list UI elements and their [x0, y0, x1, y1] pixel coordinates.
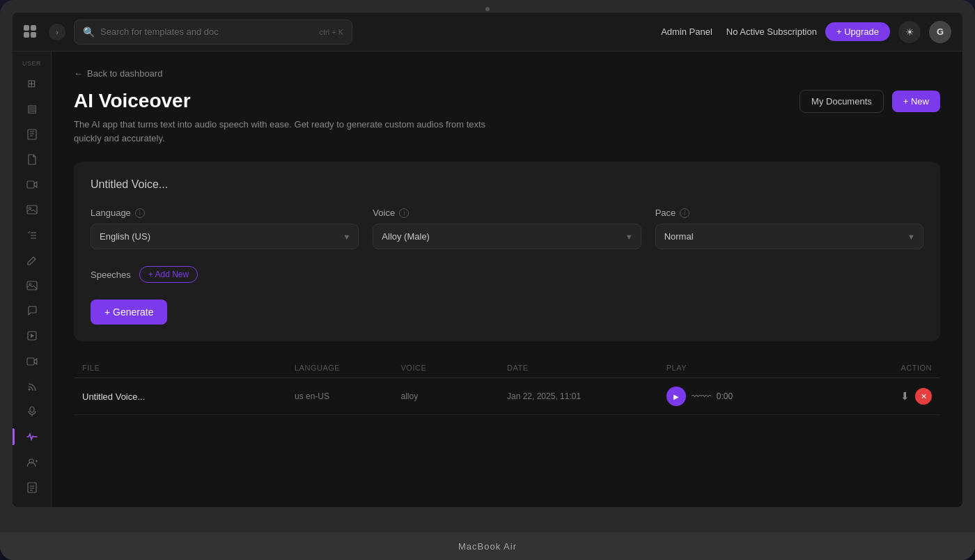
td-play: ▶ 〰〰 0:00 [666, 387, 826, 406]
header-actions: My Documents + New [800, 90, 940, 113]
pace-group: Pace i Normal Slow Fast ▼ [655, 208, 923, 249]
back-arrow-icon: ← [74, 68, 83, 79]
no-subscription-text: No Active Subscription [726, 26, 817, 37]
svg-rect-1 [31, 25, 36, 31]
svg-marker-17 [31, 334, 34, 338]
pace-info-icon[interactable]: i [680, 208, 689, 218]
add-new-speech-button[interactable]: + Add New [139, 266, 198, 283]
pace-label: Pace i [655, 208, 923, 218]
sidebar-item-image[interactable] [18, 199, 46, 221]
svg-rect-8 [27, 181, 34, 188]
upgrade-button[interactable]: + Upgrade [825, 22, 890, 41]
table-header: FILE LANGUAGE VOICE DATE PLAY ACTION [74, 358, 940, 378]
sidebar-item-rss[interactable] [18, 375, 46, 398]
sidebar-item-gallery[interactable] [18, 274, 46, 297]
sidebar-item-chat[interactable] [18, 300, 46, 322]
table-row: Untitled Voice... us en-US alloy Jan 22,… [74, 378, 940, 415]
sidebar-item-grid[interactable]: ⊞ [18, 72, 46, 95]
logo-icon [24, 25, 43, 39]
svg-point-19 [28, 388, 30, 390]
voice-group: Voice i Alloy (Male) Echo (Male) Nova (F… [373, 208, 641, 249]
td-language: us en-US [295, 391, 401, 401]
td-action: ⬇ ✕ [826, 388, 933, 405]
sidebar-item-notebook[interactable] [18, 123, 46, 145]
sidebar-item-report[interactable] [18, 476, 46, 499]
td-date: Jan 22, 2025, 11:01 [507, 391, 666, 401]
action-cell: ⬇ ✕ [826, 388, 933, 405]
expand-sidebar-button[interactable]: › [49, 24, 65, 40]
svg-rect-14 [27, 281, 37, 290]
play-button[interactable]: ▶ [666, 387, 686, 406]
speeches-row: Speeches + Add New [91, 266, 923, 283]
svg-rect-9 [27, 205, 37, 214]
th-play: PLAY [666, 364, 826, 372]
svg-rect-25 [28, 483, 36, 492]
sidebar-item-video-play[interactable] [18, 350, 46, 373]
sidebar-item-file[interactable] [18, 148, 46, 171]
voice-label: Voice i [373, 208, 641, 218]
play-controls: ▶ 〰〰 0:00 [666, 387, 826, 406]
table-section: FILE LANGUAGE VOICE DATE PLAY ACTION Unt… [74, 358, 940, 415]
sidebar-item-mic[interactable] [18, 400, 46, 423]
voice-select[interactable]: Alloy (Male) Echo (Male) Nova (Female) [373, 224, 641, 249]
my-documents-button[interactable]: My Documents [800, 90, 884, 113]
voice-info-icon[interactable]: i [399, 208, 409, 218]
svg-rect-2 [24, 32, 29, 38]
form-row: Language i English (US) English (UK) Spa… [91, 208, 923, 249]
voice-select-wrapper: Alloy (Male) Echo (Male) Nova (Female) ▼ [373, 224, 641, 249]
admin-panel-button[interactable]: Admin Panel [655, 24, 718, 40]
th-language: LANGUAGE [295, 364, 401, 372]
th-action: ACTION [826, 364, 933, 372]
new-button[interactable]: + New [892, 91, 940, 112]
sidebar-item-edit[interactable] [18, 249, 46, 272]
svg-rect-3 [31, 32, 36, 38]
svg-rect-4 [28, 130, 36, 139]
language-info-icon[interactable]: i [135, 208, 145, 218]
search-placeholder-text: Search for templates and doc [100, 26, 219, 37]
waveform-icon: 〰〰 [692, 391, 711, 402]
laptop-label: MacBook Air [458, 541, 517, 552]
voice-card: Untitled Voice... Language i English (US… [74, 162, 940, 341]
language-label: Language i [91, 208, 359, 218]
back-to-dashboard-link[interactable]: ← Back to dashboard [74, 68, 940, 79]
th-date: DATE [507, 364, 666, 372]
logo-area: › [24, 24, 65, 40]
page-header: AI Voiceover The AI app that turns text … [74, 90, 940, 145]
th-voice: VOICE [401, 364, 508, 372]
theme-toggle-button[interactable]: ☀ [898, 21, 921, 43]
language-select[interactable]: English (US) English (UK) Spanish French [91, 224, 359, 249]
sidebar-section-label: USER [22, 60, 41, 67]
topbar-right: Admin Panel No Active Subscription + Upg… [655, 21, 951, 43]
topbar: › 🔍 Search for templates and doc ctrl + … [13, 13, 962, 52]
sidebar: USER ⊞ ▤ [13, 52, 52, 507]
svg-rect-0 [24, 25, 29, 31]
search-shortcut: ctrl + K [319, 28, 343, 36]
sidebar-item-play-square[interactable] [18, 325, 46, 347]
pace-select-wrapper: Normal Slow Fast ▼ [655, 224, 923, 249]
sidebar-item-checklist[interactable] [18, 224, 46, 246]
svg-rect-20 [30, 407, 34, 412]
th-file: FILE [82, 364, 295, 372]
voice-card-title: Untitled Voice... [91, 178, 923, 191]
speeches-label: Speeches [91, 270, 131, 280]
sidebar-item-user-add[interactable] [18, 451, 46, 474]
sidebar-item-layout[interactable]: ▤ [18, 98, 46, 120]
language-select-wrapper: English (US) English (UK) Spanish French… [91, 224, 359, 249]
page-title: AI Voiceover [74, 90, 492, 112]
search-bar[interactable]: 🔍 Search for templates and doc ctrl + K [74, 20, 352, 45]
avatar[interactable]: G [929, 21, 951, 43]
main-layout: USER ⊞ ▤ [13, 52, 962, 507]
sidebar-item-audio[interactable] [18, 426, 46, 448]
generate-button[interactable]: + Generate [91, 300, 167, 325]
svg-rect-18 [27, 358, 34, 365]
laptop-base: MacBook Air [0, 532, 975, 560]
search-icon: 🔍 [83, 26, 95, 38]
page-title-group: AI Voiceover The AI app that turns text … [74, 90, 492, 145]
pace-select[interactable]: Normal Slow Fast [655, 224, 923, 249]
language-group: Language i English (US) English (UK) Spa… [91, 208, 359, 249]
duration-display: 0:00 [717, 391, 733, 401]
download-button[interactable]: ⬇ [900, 390, 910, 403]
page-description: The AI app that turns text into audio sp… [74, 118, 492, 145]
sidebar-item-video-camera[interactable] [18, 173, 46, 196]
delete-button[interactable]: ✕ [915, 388, 932, 405]
